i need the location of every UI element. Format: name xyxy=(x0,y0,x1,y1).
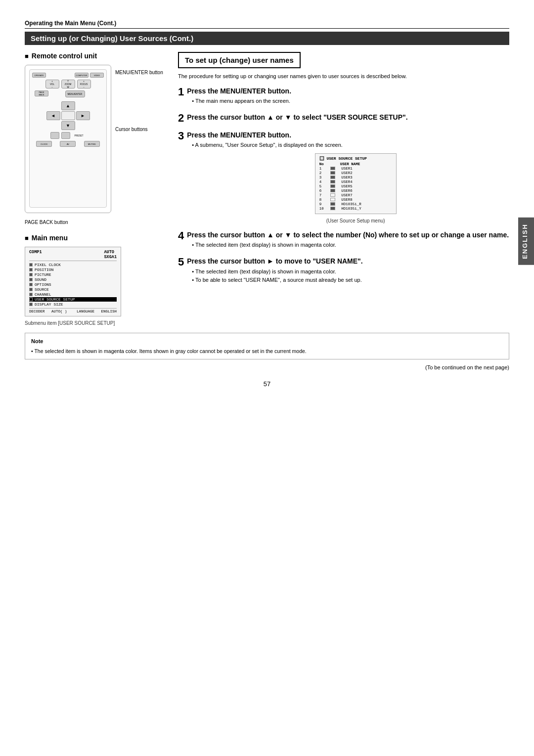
usm-caption-text: (User Source Setup menu) xyxy=(326,218,385,223)
computer-button: COMPUTER xyxy=(75,73,89,78)
setup-box-label: To set up (change) user names xyxy=(185,56,294,64)
step-1-title-text: Press the MENU/ENTER button. xyxy=(187,87,291,95)
setup-box: To set up (change) user names xyxy=(178,52,301,68)
usm-row-8: 8 USER8 xyxy=(319,198,392,202)
step-4: 4 Press the cursor button ▲ or ▼ to sele… xyxy=(178,230,509,250)
step-2-title-text: Press the cursor button ▲ or ▼ to select… xyxy=(187,113,407,121)
cursor-label: Cursor buttons xyxy=(115,127,148,132)
mm-row-display-size: DISPLAY SIZE xyxy=(29,302,117,307)
mm-row-channel: CHANNEL xyxy=(29,292,117,297)
step-3-title: Press the MENU/ENTER button. xyxy=(187,131,509,139)
to-be-continued-text: (To be continued on the next page) xyxy=(425,364,509,370)
operate-button: OPERATE xyxy=(32,73,46,78)
video-button: VIDEO xyxy=(90,73,104,78)
usm-row-1: 1 USER1 xyxy=(319,167,392,171)
section-title-bar: Setting up (or Changing) User Sources (C… xyxy=(25,32,509,45)
submenu-label: Submenu item [USER SOURCE SETUP] xyxy=(25,320,163,326)
step-3-number: 3 xyxy=(178,131,184,141)
mm-header: COMP1 AUTOSXGA1 xyxy=(29,250,117,261)
note-title-text: Note xyxy=(31,338,43,344)
user-source-menu: 🔲 USER SOURCE SETUP No USER NAME 1 USER1 xyxy=(315,153,397,214)
step-3-bullet-1: A submenu, "User Source Setup", is displ… xyxy=(192,141,509,149)
step-5-title-text: Press the cursor button ► to move to "US… xyxy=(187,257,362,265)
av-btn: AV xyxy=(60,141,76,147)
usm-row-9: 9 HD1035i_R xyxy=(319,202,392,206)
mm-auto: AUTO xyxy=(104,250,114,255)
cursor-up-btn: ▲ xyxy=(61,101,75,110)
main-menu-section: Main menu COMP1 AUTOSXGA1 PIXEL CLOCK PO… xyxy=(25,234,163,326)
mm-row-picture: PICTURE xyxy=(29,272,117,277)
usm-row-3: 3 USER3 xyxy=(319,176,392,179)
menu-enter-annotation: MENU/ENTER button xyxy=(115,70,163,75)
page-number: 57 xyxy=(25,380,509,388)
step-5-title: Press the cursor button ► to move to "US… xyxy=(187,257,509,266)
page-number-text: 57 xyxy=(264,380,270,388)
section-title: Setting up (or Changing) User Sources (C… xyxy=(31,34,193,43)
step-1-title: Press the MENU/ENTER button. xyxy=(187,87,509,95)
submenu-label-text: Submenu item [USER SOURCE SETUP] xyxy=(25,320,115,326)
main-menu-title-text: Main menu xyxy=(32,234,68,242)
usm-row-5: 5 USER5 xyxy=(319,184,392,188)
note-bullet-1: The selected item is shown in magenta co… xyxy=(34,348,306,354)
cursor-pad: ▲ ◄ ► ▼ xyxy=(32,101,104,130)
step-1-bullet-1-text: The main menu appears on the screen. xyxy=(195,98,290,104)
step-4-bullet-1-text: The selected item (text display) is show… xyxy=(195,242,336,248)
preset-btn-1 xyxy=(50,132,59,139)
step-5-number: 5 xyxy=(178,257,184,267)
step-5: 5 Press the cursor button ► to move to "… xyxy=(178,257,509,285)
step-5-bullet-2-text: To be able to select "USER NAME", a sour… xyxy=(195,277,362,283)
step-1-bullet-1: The main menu appears on the screen. xyxy=(192,97,509,105)
step-3-bullet-1-text: A submenu, "User Source Setup", is displ… xyxy=(195,142,343,148)
main-menu-screenshot: COMP1 AUTOSXGA1 PIXEL CLOCK POSITION PIC… xyxy=(25,247,121,316)
english-label-text: ENGLISH xyxy=(521,223,529,259)
to-be-continued: (To be continued on the next page) xyxy=(25,364,509,370)
step-1-number: 1 xyxy=(178,87,184,97)
usm-col-headers: No USER NAME xyxy=(319,162,392,166)
mm-comp1: COMP1 xyxy=(29,250,42,260)
mm-row-options: OPTIONS xyxy=(29,282,117,287)
step-4-title-text: Press the cursor button ▲ or ▼ to select… xyxy=(187,231,509,239)
menu-enter-btn-remote: MENU/ENTER xyxy=(65,90,85,97)
cursor-left-btn: ◄ xyxy=(46,111,60,120)
intro-text-content: The procedure for setting up or changing… xyxy=(178,73,407,79)
usm-caption: (User Source Setup menu) xyxy=(202,218,509,223)
mm-row-source: SOURCE xyxy=(29,287,117,292)
mm-row-user-source: USER SOURCE SETUP xyxy=(29,297,117,302)
zoom-knob: T ZOOM W xyxy=(61,80,75,89)
preset-btn-2 xyxy=(61,132,70,139)
step-5-bullet-1-text: The selected item (text display) is show… xyxy=(195,268,336,274)
muting-btn: MUTING xyxy=(84,141,100,147)
right-column: To set up (change) user names The proced… xyxy=(178,52,509,326)
step-5-bullet-2: To be able to select "USER NAME", a sour… xyxy=(192,276,509,284)
remote-control-diagram: OPERATE COMPUTER VIDEO xyxy=(25,65,111,213)
english-side-label: ENGLISH xyxy=(518,218,534,265)
left-column: Remote control unit OPERATE COMPUTER xyxy=(25,52,163,326)
step-4-bullet-1: The selected item (text display) is show… xyxy=(192,241,509,249)
step-5-bullet-1: The selected item (text display) is show… xyxy=(192,268,509,275)
usm-header: 🔲 USER SOURCE SETUP xyxy=(319,156,392,161)
usm-row-4: 4 USER4 xyxy=(319,180,392,184)
note-content: • The selected item is shown in magenta … xyxy=(31,348,503,356)
mm-row-position: POSITION xyxy=(29,267,117,272)
main-menu-title: Main menu xyxy=(25,234,163,242)
step-3: 3 Press the MENU/ENTER button. A submenu… xyxy=(178,131,509,223)
operating-label: Operating the Main Menu (Cont.) xyxy=(25,20,116,27)
cursor-right-btn: ► xyxy=(76,111,90,120)
note-box: Note • The selected item is shown in mag… xyxy=(25,333,509,359)
focus-knob: + FOCUS − xyxy=(77,80,91,89)
mm-footer: DECODER AUTO( ) LANGUAGE ENGLISH xyxy=(29,308,117,313)
mm-row-pixel-clock: PIXEL CLOCK xyxy=(29,263,117,267)
menu-enter-label: MENU/ENTER button xyxy=(115,70,163,75)
note-title: Note xyxy=(31,337,503,346)
intro-text: The procedure for setting up or changing… xyxy=(178,72,509,81)
page-back-text: PAGE BACK button xyxy=(25,220,68,225)
remote-control-title: Remote control unit xyxy=(25,52,163,60)
step-4-number: 4 xyxy=(178,230,184,241)
remote-title-text: Remote control unit xyxy=(32,52,97,60)
step-2: 2 Press the cursor button ▲ or ▼ to sele… xyxy=(178,113,509,124)
step-4-title: Press the cursor button ▲ or ▼ to select… xyxy=(187,230,509,239)
cursor-down-btn: ▼ xyxy=(61,121,75,130)
page-back-label: PAGE BACK button xyxy=(25,220,163,225)
usm-row-2: 2 USER2 xyxy=(319,171,392,175)
usm-row-10: 10 HD1035i_Y xyxy=(319,207,392,211)
